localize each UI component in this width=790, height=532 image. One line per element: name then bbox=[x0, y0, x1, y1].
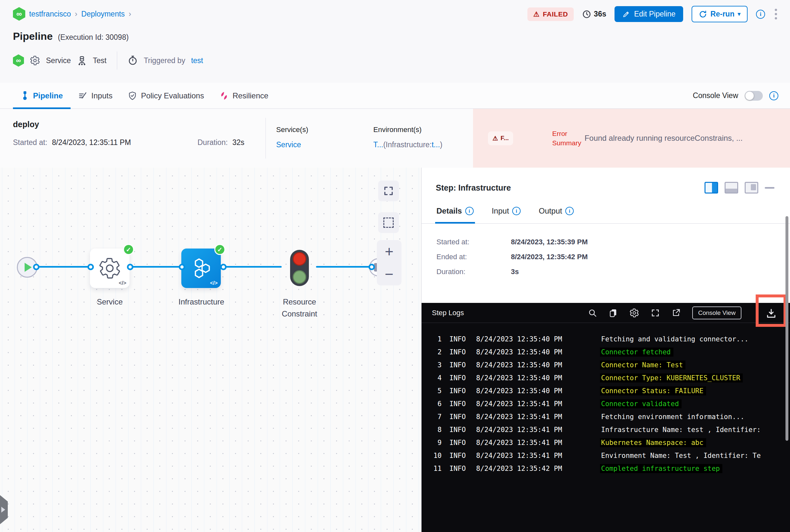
info-icon[interactable]: i bbox=[756, 10, 765, 19]
log-lines: 1INFO8/24/2023 12:35:40 PMFetching and v… bbox=[422, 323, 790, 475]
tab-input[interactable]: Inputi bbox=[492, 207, 521, 223]
stage-duration: Duration: 32s bbox=[198, 138, 244, 147]
layout-bottom-split-button[interactable] bbox=[724, 182, 738, 193]
divider bbox=[117, 52, 117, 70]
copy-icon[interactable] bbox=[609, 308, 618, 318]
detail-row: Ended at: 8/24/2023, 12:35:42 PM bbox=[437, 253, 790, 261]
harness-cd-icon: ∞ bbox=[13, 7, 25, 21]
triggered-by-label: Triggered by bbox=[144, 56, 185, 65]
warning-icon: ⚠ bbox=[493, 135, 498, 142]
log-line: 2INFO8/24/2023 12:35:40 PMConnector fetc… bbox=[422, 346, 790, 359]
stage-summary-bar: deploy Started at: 8/24/2023, 12:35:11 P… bbox=[0, 109, 790, 168]
info-icon[interactable]: i bbox=[465, 207, 474, 215]
log-line: 5INFO8/24/2023 12:35:40 PMConnector Stat… bbox=[422, 384, 790, 397]
log-line: 8INFO8/24/2023 12:35:41 PMInfrastructure… bbox=[422, 423, 790, 436]
breadcrumb-deployments-link[interactable]: Deployments bbox=[81, 10, 125, 18]
step-details-panel: Step: Infrastructure Detailsi Inputi Out… bbox=[422, 168, 790, 532]
rerun-button[interactable]: Re-run ▾ bbox=[692, 6, 748, 22]
zoom-out-button[interactable]: − bbox=[385, 267, 394, 282]
infrastructure-link[interactable]: t... bbox=[431, 140, 440, 149]
download-logs-icon[interactable] bbox=[766, 308, 777, 319]
status-badge: ⚠ FAILED bbox=[528, 7, 574, 21]
node-label-infrastructure: Infrastructure bbox=[171, 296, 231, 308]
pipeline-execution-page: ∞ testfrancisco › Deployments › Pipeline… bbox=[0, 0, 790, 532]
services-column: Service(s) Service bbox=[266, 109, 363, 168]
tab-inputs[interactable]: Inputs bbox=[71, 83, 120, 109]
canvas-select-button[interactable] bbox=[378, 212, 399, 233]
page-title: Pipeline bbox=[13, 31, 53, 42]
console-view-button[interactable]: Console View bbox=[692, 306, 741, 319]
environment-name[interactable]: Test bbox=[93, 56, 107, 65]
inputs-icon bbox=[78, 91, 87, 100]
infrastructure-hexagons-icon bbox=[189, 256, 213, 281]
error-summary-label: Error Summary bbox=[552, 129, 584, 148]
stage-name[interactable]: deploy bbox=[13, 120, 265, 129]
chevron-right-icon: › bbox=[129, 10, 131, 18]
connector-dot bbox=[179, 264, 185, 270]
breadcrumb-project-link[interactable]: testfrancisco bbox=[29, 10, 71, 18]
header-actions: ⚠ FAILED 36s Edit Pipeline Re-run bbox=[528, 6, 778, 22]
panel-expand-handle[interactable] bbox=[0, 495, 8, 524]
node-label-service: Service bbox=[90, 296, 129, 308]
arrow-right-icon bbox=[1, 507, 5, 513]
log-line: 10INFO8/24/2023 12:35:41 PMEnvironment N… bbox=[422, 449, 790, 462]
service-link[interactable]: Service bbox=[276, 140, 301, 149]
pipeline-canvas[interactable]: </> ✓ </> ✓ bbox=[0, 168, 422, 532]
stage-started: Started at: 8/24/2023, 12:35:11 PM bbox=[13, 138, 198, 147]
main-content: </> ✓ </> ✓ bbox=[0, 168, 790, 532]
red-light bbox=[293, 252, 306, 266]
page-header: ∞ testfrancisco › Deployments › Pipeline… bbox=[0, 0, 790, 83]
layout-right-split-button[interactable] bbox=[704, 182, 718, 193]
canvas-zoom-controls: + − bbox=[377, 240, 402, 285]
expand-fullscreen-icon[interactable] bbox=[651, 308, 660, 318]
info-icon[interactable]: i bbox=[769, 91, 778, 100]
harness-cd-icon: ∞ bbox=[13, 54, 24, 66]
log-line: 9INFO8/24/2023 12:35:41 PMKubernetes Nam… bbox=[422, 436, 790, 449]
tab-output[interactable]: Outputi bbox=[539, 207, 574, 223]
minimize-panel-button[interactable] bbox=[765, 187, 774, 189]
clock-icon bbox=[582, 10, 591, 19]
resilience-icon bbox=[220, 91, 228, 100]
service-name[interactable]: Service bbox=[46, 56, 71, 65]
node-label-resource-constraint: Resource Constraint bbox=[272, 296, 327, 320]
step-panel-title: Step: Infrastructure bbox=[436, 183, 511, 192]
canvas-fullscreen-button[interactable] bbox=[378, 180, 399, 201]
layout-floating-button[interactable] bbox=[745, 182, 758, 193]
pipeline-meta-row: ∞ Service Test Triggered by test bbox=[13, 52, 777, 70]
zoom-in-button[interactable]: + bbox=[385, 244, 394, 259]
tab-resilience[interactable]: Resilience bbox=[212, 83, 276, 109]
connector-dot bbox=[33, 264, 39, 270]
node-service[interactable]: </> ✓ bbox=[90, 248, 129, 288]
log-line: 3INFO8/24/2023 12:35:40 PMConnector Name… bbox=[422, 359, 790, 372]
environment-link[interactable]: T... bbox=[373, 140, 383, 149]
info-icon[interactable]: i bbox=[565, 207, 574, 215]
pipeline-icon bbox=[21, 91, 29, 101]
node-infrastructure[interactable]: </> ✓ bbox=[181, 248, 221, 288]
tab-details[interactable]: Detailsi bbox=[437, 207, 474, 223]
info-icon[interactable]: i bbox=[512, 207, 521, 215]
tab-policy-evaluations[interactable]: Policy Evaluations bbox=[120, 83, 212, 109]
search-icon[interactable] bbox=[588, 308, 597, 318]
console-view-label: Console View bbox=[693, 91, 738, 100]
triggered-by-link[interactable]: test bbox=[191, 56, 203, 65]
node-resource-constraint[interactable] bbox=[290, 250, 309, 286]
tab-pipeline[interactable]: Pipeline bbox=[13, 83, 71, 109]
execution-id: (Execution Id: 30098) bbox=[58, 33, 129, 42]
services-label: Service(s) bbox=[276, 126, 363, 134]
panel-scrollbar[interactable] bbox=[786, 216, 788, 441]
edit-pipeline-button[interactable]: Edit Pipeline bbox=[614, 6, 683, 22]
caret-down-icon: ▾ bbox=[738, 11, 740, 18]
settings-gear-icon[interactable] bbox=[629, 308, 639, 318]
log-line: 7INFO8/24/2023 12:35:41 PMFetching envir… bbox=[422, 410, 790, 423]
error-summary-message: Found already running resourceConstrains… bbox=[584, 134, 742, 143]
panel-layout-controls bbox=[704, 182, 774, 193]
open-external-icon[interactable] bbox=[672, 308, 681, 318]
console-view-toggle[interactable] bbox=[745, 91, 763, 101]
edge-infrastructure-constraint bbox=[223, 266, 282, 268]
step-logs-title: Step Logs bbox=[432, 309, 464, 317]
connector-dot bbox=[127, 264, 133, 270]
connector-dot bbox=[368, 264, 375, 270]
connector-dot bbox=[87, 264, 94, 270]
fullscreen-icon bbox=[383, 186, 394, 196]
more-options-menu[interactable] bbox=[773, 7, 778, 21]
